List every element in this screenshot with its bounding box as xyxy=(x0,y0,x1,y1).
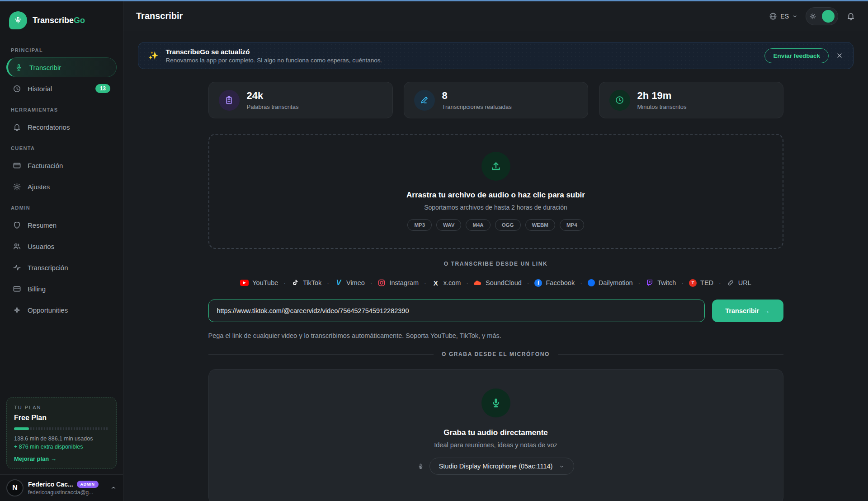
clipboard-icon xyxy=(219,90,240,111)
upload-dropzone[interactable]: Arrastra tu archivo de audio o haz clic … xyxy=(208,134,783,249)
format-chip: WEBM xyxy=(525,219,555,231)
notifications-bell-icon[interactable] xyxy=(846,12,855,21)
link-icon xyxy=(726,279,735,287)
record-card: Graba tu audio directamente Ideal para r… xyxy=(208,369,783,501)
send-feedback-button[interactable]: Enviar feedback xyxy=(764,48,829,63)
pencil-icon xyxy=(414,90,435,111)
sidebar-item-opportunities[interactable]: Opportunities xyxy=(6,300,117,320)
platform-soundcloud[interactable]: SoundCloud xyxy=(474,279,522,287)
upgrade-plan-link[interactable]: Mejorar plan → xyxy=(14,455,109,462)
language-selector[interactable]: ES xyxy=(769,12,797,20)
twitch-icon xyxy=(646,279,654,287)
close-icon[interactable] xyxy=(836,52,843,59)
platform-x[interactable]: X x.com xyxy=(432,279,461,287)
platform-youtube[interactable]: YouTube xyxy=(240,279,278,286)
sidebar-item-ajustes[interactable]: Ajustes xyxy=(6,177,117,197)
plan-progress-bar xyxy=(14,427,109,430)
microphone-icon xyxy=(14,63,23,72)
sidebar-item-recordatorios[interactable]: Recordatorios xyxy=(6,117,117,137)
globe-icon xyxy=(769,12,777,20)
update-banner: ✨ TranscribeGo se actualizó Renovamos la… xyxy=(138,42,854,69)
youtube-icon xyxy=(240,280,249,286)
separator-dot: · xyxy=(327,279,329,286)
brand-logo-row[interactable]: TranscribeGo xyxy=(0,1,123,37)
stat-value: 2h 19m xyxy=(637,90,687,102)
separator-dot: · xyxy=(719,279,721,286)
stat-label: Minutos transcritos xyxy=(637,103,687,110)
microphone-device-select[interactable]: Studio Display Microphone (05ac:1114) xyxy=(429,458,575,475)
sidebar-item-billing[interactable]: Billing xyxy=(6,279,117,299)
platform-label: URL xyxy=(738,279,751,286)
record-microphone-button[interactable] xyxy=(481,389,510,417)
separator-dot: · xyxy=(681,279,684,286)
sidebar-item-label: Recordatorios xyxy=(28,123,70,131)
format-chips: MP3 WAV M4A OGG WEBM MP4 xyxy=(407,219,584,231)
banner-text: TranscribeGo se actualizó Renovamos la a… xyxy=(165,48,382,64)
format-chip: WAV xyxy=(436,219,461,231)
platform-label: x.com xyxy=(443,279,461,286)
link-divider-label: O TRANSCRIBE DESDE UN LINK xyxy=(444,261,548,267)
separator-dot: · xyxy=(580,279,582,286)
platform-twitch[interactable]: Twitch xyxy=(646,279,676,287)
sidebar-item-historial[interactable]: Historial 13 xyxy=(6,79,117,98)
transcribe-button-label: Transcribir xyxy=(725,307,759,314)
brand-logo-icon xyxy=(9,11,27,29)
admin-badge: ADMIN xyxy=(77,481,99,488)
theme-toggle-knob xyxy=(822,10,835,23)
plan-card: TU PLAN Free Plan 138.6 min de 886.1 min… xyxy=(6,397,117,469)
stat-card-minutes: 2h 19m Minutos transcritos xyxy=(599,82,783,118)
page-title: Transcribir xyxy=(136,11,183,21)
format-chip: MP3 xyxy=(407,219,432,231)
platform-ted[interactable]: T TED xyxy=(689,279,713,287)
sidebar-nav: PRINCIPAL Transcribir Historial 13 HERRA… xyxy=(0,37,123,397)
user-meta: Federico Cac... ADMIN federicoagustincac… xyxy=(28,481,106,496)
sidebar-item-transcripcion[interactable]: Transcripción xyxy=(6,258,117,277)
format-chip: OGG xyxy=(495,219,521,231)
platform-label: YouTube xyxy=(252,279,278,286)
sidebar-item-transcribir[interactable]: Transcribir xyxy=(6,57,117,77)
platform-tiktok[interactable]: TikTok xyxy=(291,279,321,287)
sidebar-item-facturacion[interactable]: Facturación xyxy=(6,155,117,175)
user-menu[interactable]: N Federico Cac... ADMIN federicoagustinc… xyxy=(0,474,123,501)
platform-instagram[interactable]: Instagram xyxy=(377,279,418,287)
content-scroll[interactable]: ✨ TranscribeGo se actualizó Renovamos la… xyxy=(123,31,868,501)
platform-facebook[interactable]: f Facebook xyxy=(534,279,575,287)
users-icon xyxy=(13,242,21,251)
format-chip: M4A xyxy=(466,219,490,231)
platform-label: Vimeo xyxy=(346,279,365,286)
stats-row: 24k Palabras transcritas 8 Transcripcion… xyxy=(208,82,783,118)
sidebar-item-resumen[interactable]: Resumen xyxy=(6,215,117,235)
separator-dot: · xyxy=(424,279,426,286)
clock-icon xyxy=(13,84,21,93)
user-email: federicoagustincaccia@g... xyxy=(28,489,106,496)
theme-toggle[interactable] xyxy=(806,7,838,25)
dailymotion-icon xyxy=(588,279,595,286)
sidebar: TranscribeGo PRINCIPAL Transcribir Histo… xyxy=(0,1,123,501)
microphone-device-value: Studio Display Microphone (05ac:1114) xyxy=(439,463,553,470)
platform-label: Facebook xyxy=(546,279,575,286)
credit-card-icon xyxy=(13,161,21,170)
record-subtitle: Ideal para reuniones, ideas y notas de v… xyxy=(434,441,557,449)
platform-label: SoundCloud xyxy=(486,279,522,286)
nav-section-principal: PRINCIPAL xyxy=(6,40,117,57)
video-url-input[interactable] xyxy=(208,300,705,322)
upload-subtitle: Soportamos archivos de hasta 2 horas de … xyxy=(424,204,567,211)
chevron-up-icon xyxy=(110,485,117,491)
plan-progress-fill xyxy=(14,427,29,430)
sidebar-item-label: Resumen xyxy=(28,221,57,229)
stat-label: Transcripciones realizadas xyxy=(442,103,512,110)
main-area: Transcribir ES xyxy=(123,1,868,501)
sidebar-item-label: Billing xyxy=(28,285,46,293)
platforms-row: YouTube · TikTok · V Vimeo · xyxy=(208,279,783,287)
x-icon: X xyxy=(432,279,440,287)
link-helper-text: Pega el link de cualquier video y lo tra… xyxy=(208,332,783,339)
transcribe-button[interactable]: Transcribir → xyxy=(712,300,783,322)
platform-dailymotion[interactable]: Dailymotion xyxy=(588,279,633,286)
facebook-icon: f xyxy=(534,279,542,287)
nav-section-admin: ADMIN xyxy=(6,198,117,215)
sidebar-item-label: Usuarios xyxy=(28,243,54,250)
platform-url[interactable]: URL xyxy=(726,279,751,287)
platform-vimeo[interactable]: V Vimeo xyxy=(335,279,365,287)
platform-label: Instagram xyxy=(389,279,418,286)
sidebar-item-usuarios[interactable]: Usuarios xyxy=(6,236,117,256)
